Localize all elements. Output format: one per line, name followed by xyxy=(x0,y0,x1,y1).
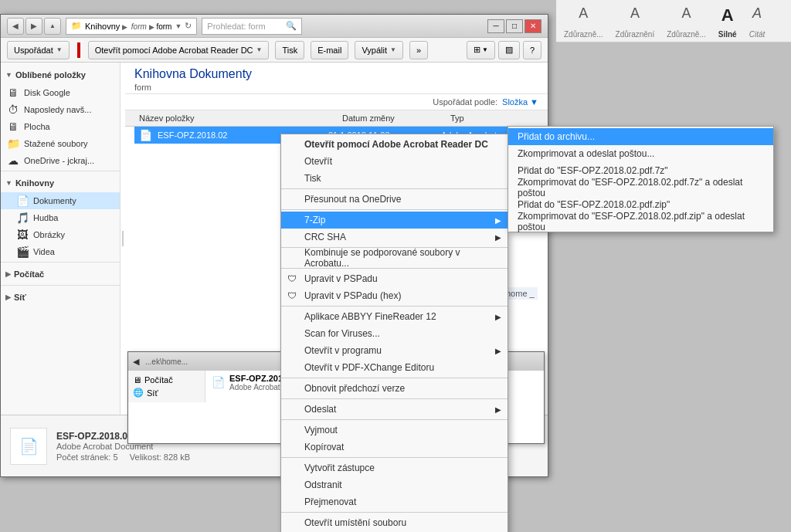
menu-item-open-acrobat[interactable]: Otevřít pomocí Adobe Acrobat Reader DC xyxy=(281,136,508,153)
library-subtitle: form xyxy=(134,83,538,92)
view-dropdown[interactable]: ⊞ ▼ xyxy=(467,41,495,59)
ribbon-item-1[interactable]: A Zdůrazně... xyxy=(564,5,603,39)
menu-item-restore[interactable]: Obnovit předchozí verze xyxy=(281,380,508,397)
address-dropdown[interactable]: ▼ xyxy=(175,22,182,30)
favorites-group[interactable]: ▼ Oblíbené položky xyxy=(1,66,120,84)
crcsha-label: CRC SHA xyxy=(304,232,346,242)
minimize-button[interactable]: ─ xyxy=(487,19,504,33)
sidebar-item-disk-google[interactable]: 🖥 Disk Google xyxy=(1,84,120,101)
sidebar-item-videos[interactable]: 🎬 Videa xyxy=(1,243,120,260)
burn-button[interactable]: Vypálit ▼ xyxy=(355,41,403,59)
help-button[interactable]: ? xyxy=(523,41,541,59)
menu-item-cut[interactable]: Vyjmout xyxy=(281,422,508,439)
menu-item-delete[interactable]: Odstranit xyxy=(281,476,508,493)
sidebar-item-onedrive[interactable]: ☁ OneDrive - jckraj... xyxy=(1,152,120,169)
window-controls: ─ □ ✕ xyxy=(487,19,541,33)
close-button[interactable]: ✕ xyxy=(525,19,541,33)
ribbon-item-3[interactable]: A Zdůrazně... xyxy=(667,5,706,39)
acrobat-icon-small xyxy=(77,42,80,58)
submenu-item-compress-email[interactable]: Zkomprimovat a odeslat poštou... xyxy=(508,145,773,162)
ribbon-item-citation[interactable]: A Citát xyxy=(749,5,766,39)
sidebar-item-documents[interactable]: 📄 Dokumenty xyxy=(1,192,120,209)
view-controls: ⊞ ▼ ▨ ? xyxy=(467,41,541,59)
menu-item-open[interactable]: Otevřít xyxy=(281,153,508,170)
menu-item-combine-acrobat[interactable]: Kombinuje se podporované soubory v Acrob… xyxy=(281,249,508,266)
back-button[interactable]: ◀ xyxy=(7,18,24,35)
organize-button[interactable]: Uspořádat ▼ xyxy=(7,41,70,59)
menu-item-rename[interactable]: Přejmenovat xyxy=(281,493,508,510)
ribbon-item-strong[interactable]: A Silné xyxy=(718,5,737,39)
onedrive-icon: ☁ xyxy=(7,154,19,167)
preview-toggle[interactable]: ▨ xyxy=(498,41,520,59)
compress-zip-email-label: Zkomprimovat do "ESF-OPZ.2018.02.pdf.zip… xyxy=(518,211,764,232)
forward-button[interactable]: ▶ xyxy=(25,18,42,35)
submenu-7zip: Přidat do archivu... Zkomprimovat a odes… xyxy=(508,126,774,232)
menu-item-send[interactable]: Odeslat ▶ xyxy=(281,401,508,418)
view-arrow: ▼ xyxy=(482,46,488,53)
delete-label: Odstranit xyxy=(304,479,342,490)
print-button[interactable]: Tisk xyxy=(275,41,304,59)
menu-item-pdf-xchange[interactable]: Otevřít v PDF-XChange Editoru xyxy=(281,359,508,376)
network-group[interactable]: ▶ Síť xyxy=(1,288,120,307)
menu-sep-8 xyxy=(281,419,508,420)
library-title: Knihovna Dokumenty xyxy=(134,67,538,81)
address-bar[interactable]: 📁 Knihovny ▶ form ▶ form ▼ ↻ xyxy=(66,18,197,35)
preview-file-icon: 📄 xyxy=(10,428,47,465)
sidebar-item-recent[interactable]: ⏱ Naposledy navš... xyxy=(1,101,120,118)
network-toggle: ▶ xyxy=(5,293,11,301)
sidebar-item-label: Obrázky xyxy=(33,230,65,239)
pdf-file-icon: 📄 xyxy=(139,129,153,141)
menu-item-print[interactable]: Tisk xyxy=(281,170,508,187)
menu-item-pspad[interactable]: 🛡 Upravit v PSPadu xyxy=(281,270,508,287)
context-menu: Otevřít pomocí Adobe Acrobat Reader DC O… xyxy=(280,134,508,532)
search-bar[interactable]: Prohledat: form 🔍 xyxy=(202,18,302,35)
menu-sep-10 xyxy=(281,512,508,513)
ribbon-item-2[interactable]: A Zdůraznění xyxy=(616,5,655,39)
open-label: Otevřít xyxy=(304,156,332,167)
email-button[interactable]: E-mail xyxy=(311,41,348,59)
open-acrobat-button[interactable]: Otevřít pomocí Adobe Acrobat Reader DC ▼ xyxy=(88,41,270,59)
rename-label: Přejmenovat xyxy=(304,496,356,507)
burn-dropdown-arrow: ▼ xyxy=(390,46,396,53)
up-button[interactable]: ▲ xyxy=(44,18,61,35)
menu-item-copy[interactable]: Kopírovat xyxy=(281,439,508,456)
sidebar-item-desktop[interactable]: 🖥 Plocha xyxy=(1,118,120,135)
sidebar-item-pictures[interactable]: 🖼 Obrázky xyxy=(1,226,120,243)
menu-item-create-shortcut[interactable]: Vytvořit zástupce xyxy=(281,459,508,476)
open-acrobat-label: Otevřít pomocí Adobe Acrobat Reader DC xyxy=(304,139,488,150)
libraries-group[interactable]: ▼ Knihovny xyxy=(1,174,120,192)
sidebar-item-label: Stažené soubory xyxy=(24,139,88,148)
refresh-icon[interactable]: ↻ xyxy=(185,21,192,31)
menu-sep-9 xyxy=(281,457,508,458)
menu-item-scan-virus[interactable]: Scan for Viruses... xyxy=(281,325,508,342)
window2-computer[interactable]: 🖥 Počítač xyxy=(128,374,205,386)
pspad-icon: 🛡 xyxy=(287,273,297,284)
sidebar-item-downloads[interactable]: 📁 Stažené soubory xyxy=(1,135,120,152)
sort-value[interactable]: Složka ▼ xyxy=(502,97,538,107)
menu-item-pspad-hex[interactable]: 🛡 Upravit v PSPadu (hex) xyxy=(281,287,508,304)
sidebar-item-label: Dokumenty xyxy=(33,196,76,205)
maximize-button[interactable]: □ xyxy=(506,19,523,33)
window2-back[interactable]: ◀ xyxy=(133,357,139,367)
computer-group[interactable]: ▶ Počítač xyxy=(1,265,120,283)
submenu-item-compress-zip-email[interactable]: Zkomprimovat do "ESF-OPZ.2018.02.pdf.zip… xyxy=(508,213,773,230)
menu-item-open-program[interactable]: Otevřít v programu ▶ xyxy=(281,342,508,359)
menu-item-7zip[interactable]: 7-Zip ▶ xyxy=(281,212,508,229)
sidebar-resize-handle[interactable] xyxy=(121,63,125,415)
menu-item-abbyy[interactable]: Aplikace ABBYY FineReader 12 ▶ xyxy=(281,308,508,325)
menu-item-onedrive[interactable]: Přesunout na OneDrive xyxy=(281,191,508,208)
col-header-type[interactable]: Typ xyxy=(446,110,538,126)
col-header-name[interactable]: Název položky xyxy=(134,110,338,126)
menu-item-crcsha[interactable]: CRC SHA ▶ xyxy=(281,229,508,246)
col-header-date[interactable]: Datum změny xyxy=(338,110,446,126)
submenu-item-compress-7z-email[interactable]: Zkomprimovat do "ESF-OPZ.2018.02.pdf.7z"… xyxy=(508,179,773,196)
window2-title: ...ek\home... xyxy=(145,357,188,366)
window2-network[interactable]: 🌐 Síť xyxy=(128,386,205,399)
menu-item-open-location[interactable]: Otevřít umístění souboru xyxy=(281,514,508,531)
menu-sep-2 xyxy=(281,209,508,210)
combine-label: Kombinuje se podporované soubory v Acrob… xyxy=(304,247,492,269)
sidebar-item-music[interactable]: 🎵 Hudba xyxy=(1,209,120,226)
more-button[interactable]: » xyxy=(409,41,428,59)
submenu-item-add-archive[interactable]: Přidat do archivu... xyxy=(508,128,773,145)
print-label: Tisk xyxy=(304,173,321,184)
